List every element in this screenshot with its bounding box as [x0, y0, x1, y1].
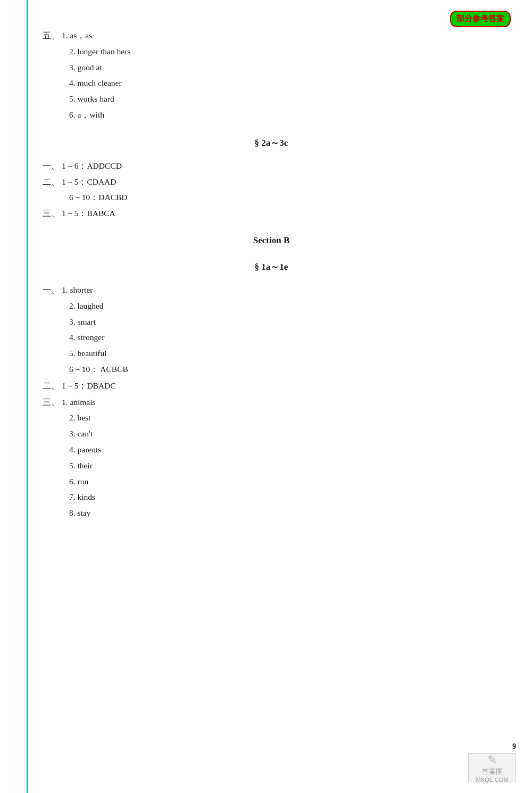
- 2a3c-item-2: 二、 1－5：CDAAD: [43, 176, 500, 189]
- section-wu: 五、 1. as，as 2. longer than hers 3. good …: [43, 29, 500, 122]
- content-area: 五、 1. as，as 2. longer than hers 3. good …: [32, 16, 500, 520]
- yi-item-5: 5. beautiful: [43, 347, 500, 360]
- section-1a1e-yi: 一、 1. shorter 2. laughed 3. smart 4. str…: [43, 284, 500, 376]
- san-item-3: 3. can't: [43, 427, 500, 441]
- watermark-top: 答案圈: [482, 767, 503, 777]
- 2a3c-item-1: 一、 1－6：ADDCCD: [43, 160, 500, 173]
- san-item-7: 7. kinds: [43, 491, 500, 504]
- section-2a3c: 一、 1－6：ADDCCD 二、 1－5：CDAAD 6－10：DACBD 三、…: [43, 160, 500, 220]
- watermark-bottom: MXQE.COM: [476, 777, 508, 783]
- wu-item-3: 3. good at: [43, 61, 500, 75]
- san-header: 三、 1. animals: [43, 396, 500, 409]
- yi-item-3: 3. smart: [43, 316, 500, 329]
- san-item-2: 2. best: [43, 411, 500, 425]
- san-item-8: 8. stay: [43, 507, 500, 520]
- watermark-icon: ✎: [487, 753, 497, 767]
- section-b-title: Section B: [43, 235, 500, 246]
- page-number: 9: [512, 742, 516, 751]
- wu-item-6: 6. a，with: [43, 109, 500, 122]
- section-2a3c-title: § 2a～3c: [43, 137, 500, 149]
- er-item: 二、 1－5：DBADC: [43, 379, 500, 393]
- section-wu-header: 五、 1. as，as: [43, 29, 500, 43]
- wu-item-5: 5. works hard: [43, 93, 500, 106]
- san-item-4: 4. parents: [43, 443, 500, 457]
- yi-item-2: 2. laughed: [43, 300, 500, 313]
- yi-header: 一、 1. shorter: [43, 284, 500, 297]
- 2a3c-item-3: 6－10：DACBD: [43, 191, 500, 204]
- section-1a1e-er: 二、 1－5：DBADC: [43, 379, 500, 393]
- left-border: [27, 0, 28, 793]
- san-item-6: 6. run: [43, 475, 500, 489]
- 2a3c-item-4: 三、 1－5：BABCA: [43, 207, 500, 220]
- page-number-area: 9 ✎ 答案圈 MXQE.COM: [468, 742, 516, 782]
- wu-item-2: 2. longer than hers: [43, 45, 500, 59]
- top-badge: 部分参考答案: [450, 11, 511, 27]
- badge-label: 部分参考答案: [450, 11, 511, 27]
- section-1a1e-san: 三、 1. animals 2. best 3. can't 4. parent…: [43, 396, 500, 520]
- san-item-5: 5. their: [43, 459, 500, 473]
- yi-item-6: 6－10： ACBCB: [43, 363, 500, 376]
- section-1a1e-title: § 1a～1e: [43, 261, 500, 273]
- yi-item-4: 4. stronger: [43, 331, 500, 344]
- page-container: 部分参考答案 五、 1. as，as 2. longer than hers 3…: [0, 0, 532, 793]
- watermark-box: ✎ 答案圈 MXQE.COM: [468, 753, 516, 782]
- wu-item-4: 4. much cleaner: [43, 77, 500, 90]
